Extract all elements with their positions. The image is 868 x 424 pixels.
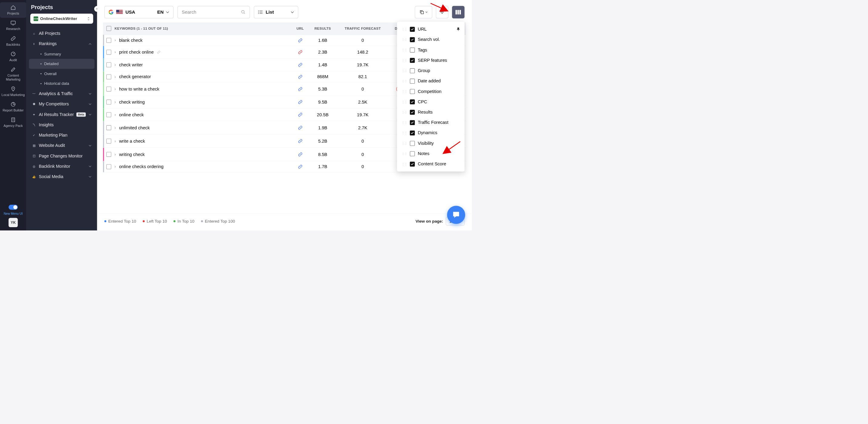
rail-projects[interactable]: Projects [0,2,26,18]
nav-website-audit[interactable]: ▤Website Audit [29,141,94,151]
column-option-traffic-forecast[interactable]: ⋮⋮Traffic Forecast [397,118,465,128]
column-option-visibility[interactable]: ⋮⋮Visibility [397,138,465,148]
nav-marketing-plan[interactable]: ✓Marketing Plan [29,130,94,140]
col-results[interactable]: RESULTS [309,22,337,34]
column-checkbox[interactable] [410,79,414,84]
nav-sub-historical-data[interactable]: Historical data [29,79,94,89]
row-checkbox[interactable] [106,139,111,144]
column-checkbox[interactable] [410,99,414,104]
search-input[interactable]: Search [178,6,250,19]
row-checkbox[interactable] [106,50,111,55]
expand-icon[interactable]: › [115,113,116,117]
nav-page-changes-monitor[interactable]: ◫Page Changes Monitor [29,151,94,161]
drag-handle-icon[interactable]: ⋮⋮ [402,100,407,103]
column-option-tags[interactable]: ⋮⋮Tags [397,45,465,55]
column-checkbox[interactable] [410,48,414,52]
drag-handle-icon[interactable]: ⋮⋮ [402,131,407,135]
rail-local-marketing[interactable]: Local Marketing [0,84,26,99]
row-checkbox[interactable] [106,74,111,79]
nav-social-media[interactable]: 👍Social Media [29,172,94,182]
chat-fab[interactable] [447,206,465,224]
column-checkbox[interactable] [410,161,414,166]
drag-handle-icon[interactable]: ⋮⋮ [402,69,407,72]
drag-handle-icon[interactable]: ⋮⋮ [402,58,407,62]
drag-handle-icon[interactable]: ⋮⋮ [402,48,407,52]
column-checkbox[interactable] [410,58,414,63]
nav-sub-overall[interactable]: Overall [29,69,94,79]
url-link-icon[interactable] [295,38,305,42]
expand-icon[interactable]: › [115,38,116,42]
select-all-checkbox[interactable] [106,26,111,31]
pin-icon[interactable] [457,27,460,31]
row-checkbox[interactable] [106,164,111,169]
country-selector[interactable]: USA EN [104,6,174,19]
row-checkbox[interactable] [106,62,111,67]
drag-handle-icon[interactable]: ⋮⋮ [402,121,407,124]
url-link-icon[interactable] [295,87,305,91]
column-checkbox[interactable] [410,89,414,94]
expand-icon[interactable]: › [115,139,116,143]
expand-icon[interactable]: › [115,87,116,91]
url-link-icon[interactable] [295,112,305,117]
view-selector[interactable]: List [254,6,298,19]
col-traffic[interactable]: TRAFFIC FORECAST [337,22,389,34]
expand-icon[interactable]: › [115,152,116,157]
drag-handle-icon[interactable]: ⋮⋮ [402,90,407,93]
nav-my-competitors[interactable]: ⚉My Competitors [29,99,94,109]
drag-handle-icon[interactable]: ⋮⋮ [402,38,407,41]
copy-button[interactable] [415,6,433,19]
expand-icon[interactable]: › [115,100,116,104]
nav-all-projects[interactable]: ⌂All Projects [29,28,94,38]
nav-rankings[interactable]: ⫾Rankings [29,39,94,49]
row-checkbox[interactable] [106,125,111,130]
row-checkbox[interactable] [106,152,111,157]
rail-report-builder[interactable]: Report Builder [0,99,26,115]
col-url[interactable]: URL [292,22,309,34]
rail-backlinks[interactable]: Backlinks [0,33,26,49]
expand-icon[interactable]: › [115,50,116,54]
url-link-icon[interactable] [295,74,305,79]
rail-audit[interactable]: Audit [0,49,26,64]
nav-analytics-&-traffic[interactable]: 〰Analytics & Traffic [29,88,94,99]
column-option-search-vol-[interactable]: ⋮⋮Search vol. [397,34,465,45]
drag-handle-icon[interactable]: ⋮⋮ [402,162,407,166]
column-checkbox[interactable] [410,120,414,125]
column-option-notes[interactable]: ⋮⋮Notes [397,148,465,159]
url-link-icon[interactable] [295,125,305,130]
column-checkbox[interactable] [410,110,414,115]
drag-handle-icon[interactable]: ⋮⋮ [402,27,407,31]
nav-sub-detailed[interactable]: Detailed [29,59,94,69]
rail-content-marketing[interactable]: Content Marketing [0,64,26,84]
expand-icon[interactable]: › [115,74,116,79]
column-option-competition[interactable]: ⋮⋮Competition [397,86,465,97]
url-link-icon[interactable] [295,50,305,55]
user-avatar[interactable]: YK [8,218,18,227]
drag-handle-icon[interactable]: ⋮⋮ [402,152,407,155]
column-option-results[interactable]: ⋮⋮Results [397,107,465,117]
nav-sub-summary[interactable]: Summary [29,49,94,59]
nav-backlink-monitor[interactable]: ◎Backlink Monitor [29,161,94,172]
drag-handle-icon[interactable]: ⋮⋮ [402,142,407,145]
column-option-group[interactable]: ⋮⋮Group [397,65,465,76]
url-link-icon[interactable] [295,100,305,104]
row-checkbox[interactable] [106,112,111,117]
row-checkbox[interactable] [106,38,111,43]
expand-icon[interactable]: › [115,164,116,169]
url-link-icon[interactable] [295,164,305,169]
project-selector[interactable]: OCW OnlineCheckWriter [30,13,93,24]
row-checkbox[interactable] [106,100,111,104]
expand-icon[interactable]: › [115,126,116,130]
drag-handle-icon[interactable]: ⋮⋮ [402,110,407,114]
expand-icon[interactable]: › [115,63,116,67]
column-option-content-score[interactable]: ⋮⋮Content Score [397,159,465,169]
column-option-date-added[interactable]: ⋮⋮Date added [397,76,465,86]
nav-insights[interactable]: 〽Insights [29,120,94,130]
rail-research[interactable]: Research [0,18,26,33]
column-checkbox[interactable] [410,141,414,146]
column-option-serp-features[interactable]: ⋮⋮SERP features [397,55,465,65]
columns-button[interactable] [452,6,464,19]
column-checkbox[interactable] [410,37,414,42]
filter-button[interactable] [436,6,448,19]
column-option-dynamics[interactable]: ⋮⋮Dynamics [397,128,465,138]
column-checkbox[interactable] [410,27,414,31]
